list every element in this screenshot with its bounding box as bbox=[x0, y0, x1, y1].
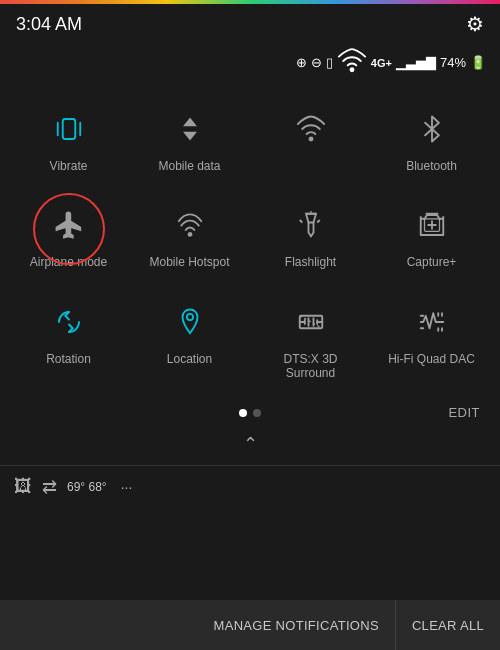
transfer-icon: ⇄ bbox=[42, 476, 57, 498]
edit-button[interactable]: EDIT bbox=[448, 405, 480, 420]
tiles-row-3: Rotation Location DTS:X 3D Surround bbox=[8, 288, 492, 391]
tile-bluetooth-label: Bluetooth bbox=[406, 159, 457, 173]
tile-mobile-data-label: Mobile data bbox=[158, 159, 220, 173]
airplane-icon bbox=[45, 201, 93, 249]
flashlight-icon bbox=[287, 201, 335, 249]
photo-icon: 🖼 bbox=[14, 476, 32, 497]
dts-icon bbox=[287, 298, 335, 346]
status-icons-row: ⊕ ⊖ ▯ 4G+ ▁▃▅▇ 74% 🔋 bbox=[0, 44, 500, 85]
settings-icon[interactable]: ⚙ bbox=[466, 12, 484, 36]
chevron-up-icon: ⌃ bbox=[243, 433, 258, 455]
brightness-up-icon: ⊕ bbox=[296, 55, 307, 70]
wifi-tile-icon bbox=[287, 105, 335, 153]
temperature-text: 69° 68° bbox=[67, 480, 107, 494]
notification-bar: 🖼 ⇄ 69° 68° ··· bbox=[0, 465, 500, 508]
tile-dts[interactable]: DTS:X 3D Surround bbox=[256, 288, 366, 391]
tile-vibrate[interactable]: Vibrate bbox=[14, 95, 124, 183]
battery-icon: 🔋 bbox=[470, 55, 486, 70]
mobile-data-icon bbox=[166, 105, 214, 153]
tile-capture-label: Capture+ bbox=[407, 255, 457, 269]
tile-location-label: Location bbox=[167, 352, 212, 366]
tile-hifi-label: Hi-Fi Quad DAC bbox=[388, 352, 475, 366]
hotspot-icon bbox=[166, 201, 214, 249]
brightness-down-icon: ⊖ bbox=[311, 55, 322, 70]
lte-icon: 4G+ bbox=[371, 57, 392, 69]
rotation-icon bbox=[45, 298, 93, 346]
tile-mobile-hotspot[interactable]: Mobile Hotspot bbox=[135, 191, 245, 279]
tile-mobile-data[interactable]: Mobile data bbox=[135, 95, 245, 183]
hifi-dac-icon bbox=[408, 298, 456, 346]
tile-location[interactable]: Location bbox=[135, 288, 245, 391]
manage-notifications-button[interactable]: MANAGE NOTIFICATIONS bbox=[198, 618, 395, 633]
notification-dots: ··· bbox=[121, 479, 133, 495]
capture-plus-icon bbox=[408, 201, 456, 249]
signal-icon: ▁▃▅▇ bbox=[396, 55, 436, 70]
tile-rotation-label: Rotation bbox=[46, 352, 91, 366]
svg-point-2 bbox=[309, 138, 312, 141]
svg-point-0 bbox=[350, 68, 353, 71]
bluetooth-icon bbox=[408, 105, 456, 153]
clear-all-button[interactable]: CLEAR ALL bbox=[395, 600, 500, 650]
wifi-icon bbox=[337, 46, 367, 79]
tiles-row-2: Airplane mode Mobile Hotspot bbox=[8, 191, 492, 279]
svg-point-3 bbox=[188, 233, 191, 236]
status-bar: 3:04 AM ⚙ bbox=[0, 4, 500, 44]
tile-capture-plus[interactable]: Capture+ bbox=[377, 191, 487, 279]
tile-vibrate-label: Vibrate bbox=[50, 159, 88, 173]
pagination-dot-2[interactable] bbox=[253, 409, 261, 417]
battery-percent: 74% bbox=[440, 55, 466, 70]
tile-hotspot-label: Mobile Hotspot bbox=[149, 255, 229, 269]
svg-rect-1 bbox=[62, 119, 75, 139]
tile-bluetooth[interactable]: Bluetooth bbox=[377, 95, 487, 183]
tiles-row-1: Vibrate Mobile data bbox=[8, 95, 492, 183]
expand-handle[interactable]: ⌃ bbox=[0, 427, 500, 465]
battery-saver-icon: ▯ bbox=[326, 55, 333, 70]
status-time: 3:04 AM bbox=[16, 14, 82, 35]
tile-dts-label: DTS:X 3D Surround bbox=[260, 352, 362, 381]
tile-hifi-dac[interactable]: Hi-Fi Quad DAC bbox=[377, 288, 487, 391]
tile-flashlight-label: Flashlight bbox=[285, 255, 336, 269]
tile-airplane-mode[interactable]: Airplane mode bbox=[14, 191, 124, 279]
tile-wifi[interactable] bbox=[256, 95, 366, 183]
quick-tiles: Vibrate Mobile data bbox=[0, 85, 500, 391]
tile-airplane-label: Airplane mode bbox=[30, 255, 107, 269]
bottom-action-bar: MANAGE NOTIFICATIONS CLEAR ALL bbox=[0, 600, 500, 650]
location-icon bbox=[166, 298, 214, 346]
tile-flashlight[interactable]: Flashlight bbox=[256, 191, 366, 279]
pagination-dot-1[interactable] bbox=[239, 409, 247, 417]
svg-point-6 bbox=[186, 314, 192, 320]
tile-rotation[interactable]: Rotation bbox=[14, 288, 124, 391]
vibrate-icon bbox=[45, 105, 93, 153]
pagination: EDIT bbox=[0, 399, 500, 427]
